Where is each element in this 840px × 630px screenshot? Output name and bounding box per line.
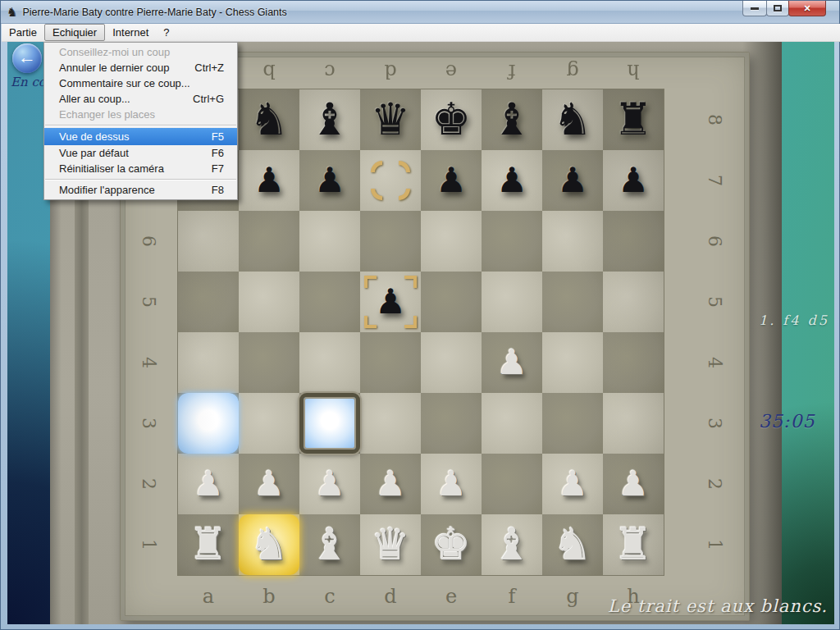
menu-item-annuler-le-dernier-coup[interactable]: Annuler le dernier coup Ctrl+Z [44,60,237,75]
square-b1[interactable]: ♞ [239,514,299,575]
square-b8[interactable]: ♞ [239,89,299,150]
square-g3[interactable] [542,393,603,454]
square-e3[interactable] [421,393,482,454]
menubar-item-internet[interactable]: Internet [105,24,156,41]
square-a1[interactable]: ♜ [178,514,239,575]
square-d4[interactable] [360,332,421,393]
square-d1[interactable]: ♛ [360,514,421,575]
square-h3[interactable] [603,393,664,454]
square-e2[interactable]: ♟ [421,454,482,514]
square-f8[interactable]: ♝ [482,89,542,150]
title-bar[interactable]: ♞ Pierre-Marie Baty contre Pierre-Marie … [1,1,839,24]
square-d2[interactable]: ♟ [360,454,421,514]
maximize-button[interactable] [766,1,789,16]
minimize-button[interactable] [742,1,767,16]
square-c7[interactable]: ♟ [299,150,360,211]
square-e4[interactable] [421,332,482,393]
black-pawn-g7[interactable]: ♟ [542,150,603,211]
square-d3[interactable] [360,393,421,454]
square-e5[interactable] [421,272,482,332]
square-h1[interactable]: ♜ [603,514,664,575]
square-c3[interactable] [299,393,360,454]
square-b7[interactable]: ♟ [239,150,299,211]
menubar-item-help[interactable]: ? [156,24,176,41]
white-pawn-g2[interactable]: ♟ [542,454,603,514]
black-bishop-c8[interactable]: ♝ [299,89,360,150]
square-h6[interactable] [603,211,664,272]
white-pawn-h2[interactable]: ♟ [603,454,664,514]
square-f4[interactable]: ♟ [482,332,542,393]
square-g7[interactable]: ♟ [542,150,603,211]
black-pawn-f7[interactable]: ♟ [482,150,542,211]
menu-item-commentaire-sur-ce-coup[interactable]: Commentaire sur ce coup... [44,75,237,91]
square-d5[interactable]: ♟ [360,272,421,332]
square-e1[interactable]: ♚ [421,514,482,575]
menu-item-aller-au-coup[interactable]: Aller au coup... Ctrl+G [44,91,237,107]
square-f6[interactable] [482,211,542,272]
square-b6[interactable] [239,211,299,272]
square-c8[interactable]: ♝ [299,89,360,150]
square-c4[interactable] [299,332,360,393]
close-button[interactable]: ✕ [788,1,826,16]
back-button[interactable]: ← [12,43,42,73]
square-g6[interactable] [542,211,603,272]
white-pawn-b2[interactable]: ♟ [239,454,299,514]
square-g2[interactable]: ♟ [542,454,603,514]
white-king-e1[interactable]: ♚ [421,514,482,575]
menu-item-modifier-l-apparence[interactable]: Modifier l'apparence F8 [44,182,237,198]
square-f7[interactable]: ♟ [482,150,542,211]
white-pawn-f4[interactable]: ♟ [482,332,542,393]
square-a5[interactable] [178,272,239,332]
black-rook-h8[interactable]: ♜ [603,89,664,150]
white-pawn-e2[interactable]: ♟ [421,454,482,514]
black-pawn-h7[interactable]: ♟ [603,150,664,211]
square-b5[interactable] [239,272,299,332]
white-bishop-c1[interactable]: ♝ [299,514,360,575]
square-g8[interactable]: ♞ [542,89,603,150]
white-rook-a1[interactable]: ♜ [178,514,239,575]
square-e8[interactable]: ♚ [421,89,482,150]
menubar-item-echiquier[interactable]: Echiquier [44,24,105,41]
square-g4[interactable] [542,332,603,393]
square-f5[interactable] [482,272,542,332]
black-queen-d8[interactable]: ♛ [360,89,421,150]
square-a3[interactable] [178,393,239,454]
white-pawn-d2[interactable]: ♟ [360,454,421,514]
menubar-item-partie[interactable]: Partie [2,24,44,41]
black-pawn-b7[interactable]: ♟ [239,150,299,211]
white-pawn-c2[interactable]: ♟ [299,454,360,514]
square-h5[interactable] [603,272,664,332]
square-h7[interactable]: ♟ [603,150,664,211]
square-c6[interactable] [299,211,360,272]
white-knight-b1[interactable]: ♞ [239,514,299,575]
white-rook-h1[interactable]: ♜ [603,514,664,575]
white-pawn-a2[interactable]: ♟ [178,454,239,514]
square-d6[interactable] [360,211,421,272]
square-c1[interactable]: ♝ [299,514,360,575]
square-f1[interactable]: ♝ [482,514,542,575]
menu-item-vue-de-dessus[interactable]: Vue de dessus F5 [44,128,237,145]
square-e6[interactable] [421,211,482,272]
square-e7[interactable]: ♟ [421,150,482,211]
square-b3[interactable] [239,393,299,454]
square-g1[interactable]: ♞ [542,514,603,575]
black-pawn-c7[interactable]: ♟ [299,150,360,211]
black-pawn-d5[interactable]: ♟ [360,272,421,332]
white-queen-d1[interactable]: ♛ [360,514,421,575]
square-h2[interactable]: ♟ [603,454,664,514]
black-pawn-e7[interactable]: ♟ [421,150,482,211]
black-bishop-f8[interactable]: ♝ [482,89,542,150]
square-d8[interactable]: ♛ [360,89,421,150]
square-g5[interactable] [542,272,603,332]
square-b2[interactable]: ♟ [239,454,299,514]
square-f2[interactable] [482,454,542,514]
square-b4[interactable] [239,332,299,393]
square-d7[interactable] [360,150,421,211]
white-knight-g1[interactable]: ♞ [542,514,603,575]
square-a4[interactable] [178,332,239,393]
black-king-e8[interactable]: ♚ [421,89,482,150]
square-c5[interactable] [299,272,360,332]
square-h8[interactable]: ♜ [603,89,664,150]
square-c2[interactable]: ♟ [299,454,360,514]
menu-item-reinitialiser-la-camera[interactable]: Réinitialiser la caméra F7 [44,161,237,176]
